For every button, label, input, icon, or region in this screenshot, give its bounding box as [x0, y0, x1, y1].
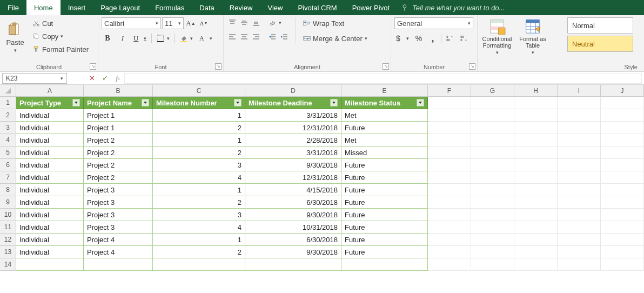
cell[interactable]: [601, 196, 644, 209]
cell[interactable]: [514, 234, 558, 246]
cell[interactable]: [601, 184, 644, 196]
table-cell[interactable]: 3/31/2018: [245, 109, 341, 122]
cell[interactable]: [601, 97, 644, 109]
cell[interactable]: [601, 258, 644, 271]
table-cell[interactable]: [341, 258, 428, 271]
dialog-launcher-icon[interactable]: ↘: [90, 63, 96, 70]
table-cell[interactable]: Project 2: [84, 171, 153, 184]
table-cell[interactable]: Future: [341, 184, 428, 196]
cell[interactable]: [514, 258, 558, 271]
table-cell[interactable]: Individual: [16, 209, 84, 221]
row-header[interactable]: 7: [0, 171, 16, 184]
table-cell[interactable]: Project 2: [84, 146, 153, 159]
tab-view[interactable]: View: [260, 0, 290, 15]
table-cell[interactable]: 1: [153, 184, 245, 196]
table-cell[interactable]: [16, 258, 84, 271]
cell[interactable]: [601, 246, 644, 258]
table-cell[interactable]: 3/31/2018: [245, 146, 341, 159]
cell[interactable]: [471, 258, 514, 271]
cell[interactable]: [471, 146, 514, 159]
fill-color-button[interactable]: ▾: [178, 32, 194, 44]
table-cell[interactable]: 1: [153, 234, 245, 246]
merge-center-button[interactable]: a Merge & Center ▾: [301, 32, 370, 44]
table-cell[interactable]: 9/30/2018: [245, 246, 341, 258]
tab-power-pivot[interactable]: Power Pivot: [345, 0, 397, 15]
cell[interactable]: [514, 97, 558, 109]
table-cell[interactable]: 3: [153, 209, 245, 221]
table-cell[interactable]: 2: [153, 146, 245, 159]
cell[interactable]: [428, 134, 471, 146]
table-cell[interactable]: Individual: [16, 146, 84, 159]
cell[interactable]: [514, 184, 558, 196]
filter-dropdown-icon[interactable]: [72, 99, 80, 106]
cell[interactable]: [514, 134, 558, 146]
cell[interactable]: [558, 134, 601, 146]
cancel-icon[interactable]: ✕: [85, 73, 98, 84]
column-header[interactable]: A: [16, 85, 84, 96]
format-as-table-button[interactable]: Format as Table▾: [516, 17, 549, 55]
align-left-icon[interactable]: [227, 31, 238, 42]
cell[interactable]: [428, 258, 471, 271]
number-format-select[interactable]: General▾: [394, 17, 473, 29]
table-cell[interactable]: Future: [341, 196, 428, 209]
cell[interactable]: [558, 159, 601, 171]
filter-dropdown-icon[interactable]: [234, 99, 242, 106]
table-cell[interactable]: Project 2: [84, 134, 153, 146]
table-cell[interactable]: 1: [153, 134, 245, 146]
row-header[interactable]: 13: [0, 246, 16, 258]
comma-format-button[interactable]: ,: [427, 32, 439, 44]
align-top-icon[interactable]: [227, 17, 238, 28]
table-cell[interactable]: 12/31/2018: [245, 171, 341, 184]
table-cell[interactable]: 2: [153, 122, 245, 134]
decrease-indent-icon[interactable]: [267, 31, 278, 42]
table-cell[interactable]: Individual: [16, 109, 84, 122]
cell[interactable]: [428, 171, 471, 184]
cell[interactable]: [428, 184, 471, 196]
table-cell[interactable]: Met: [341, 134, 428, 146]
cell[interactable]: [558, 171, 601, 184]
cell[interactable]: [428, 196, 471, 209]
cell[interactable]: [558, 246, 601, 258]
cell[interactable]: [428, 146, 471, 159]
cell[interactable]: [471, 159, 514, 171]
tab-home[interactable]: Home: [26, 0, 61, 15]
cell[interactable]: [471, 246, 514, 258]
borders-button[interactable]: ▾: [155, 32, 171, 44]
table-cell[interactable]: [84, 258, 153, 271]
table-cell[interactable]: Future: [341, 159, 428, 171]
cell[interactable]: [558, 184, 601, 196]
cell[interactable]: [471, 184, 514, 196]
table-header-cell[interactable]: Project Name: [84, 97, 153, 109]
cell[interactable]: [471, 209, 514, 221]
align-bottom-icon[interactable]: [251, 17, 261, 28]
cell[interactable]: [601, 209, 644, 221]
table-cell[interactable]: [153, 258, 245, 271]
font-color-button[interactable]: A▾: [198, 32, 214, 44]
column-header[interactable]: E: [341, 85, 428, 96]
row-header[interactable]: 11: [0, 221, 16, 234]
tell-me-search[interactable]: Tell me what you want to do...: [397, 0, 509, 15]
table-cell[interactable]: Individual: [16, 184, 84, 196]
row-header[interactable]: 1: [0, 97, 16, 109]
cell[interactable]: [558, 209, 601, 221]
name-box[interactable]: K23▾: [2, 73, 67, 84]
table-cell[interactable]: Individual: [16, 122, 84, 134]
accounting-format-button[interactable]: $▾: [394, 32, 411, 44]
filter-dropdown-icon[interactable]: [417, 99, 424, 106]
table-cell[interactable]: Project 4: [84, 246, 153, 258]
column-header[interactable]: J: [601, 85, 644, 96]
cell[interactable]: [514, 221, 558, 234]
cell[interactable]: [428, 209, 471, 221]
cell[interactable]: [471, 234, 514, 246]
table-cell[interactable]: Project 3: [84, 184, 153, 196]
cell[interactable]: [601, 134, 644, 146]
cell[interactable]: [558, 146, 601, 159]
cell[interactable]: [514, 159, 558, 171]
table-cell[interactable]: 6/30/2018: [245, 234, 341, 246]
table-cell[interactable]: Individual: [16, 196, 84, 209]
align-middle-icon[interactable]: [239, 17, 250, 28]
italic-button[interactable]: I: [117, 32, 129, 44]
align-right-icon[interactable]: [251, 31, 261, 42]
row-header[interactable]: 9: [0, 196, 16, 209]
table-header-cell[interactable]: Milestone Number: [153, 97, 245, 109]
